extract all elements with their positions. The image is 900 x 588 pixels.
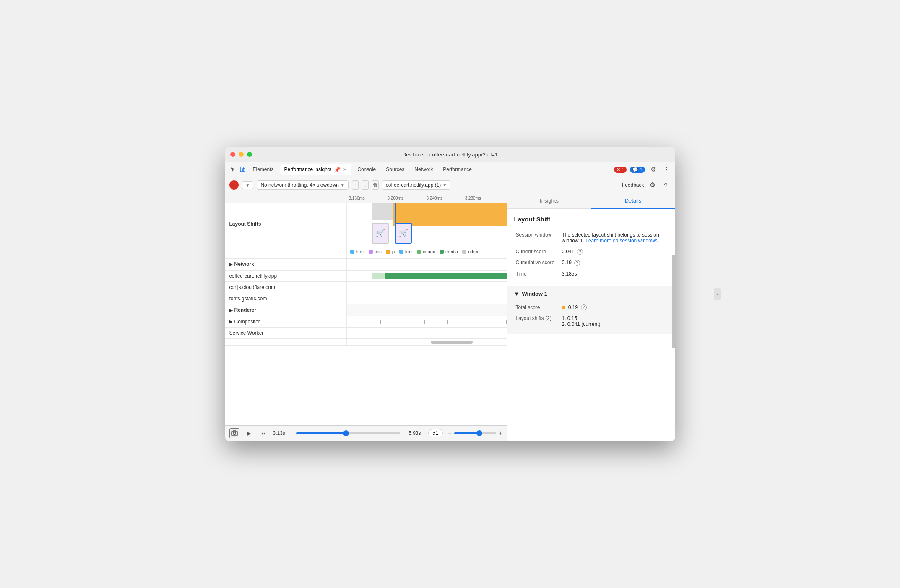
record-button[interactable] [229,180,239,190]
timeline-body[interactable]: Layout Shifts 🛒 🛒 [225,203,507,425]
zoom-slider[interactable] [454,432,496,434]
legend-image: image [417,249,435,254]
tab-performance-insights[interactable]: Performance insights 📌 ✕ [280,164,352,175]
zoom-out-button[interactable]: − [448,429,452,437]
session-window-label: Session window [514,229,560,246]
help-icon[interactable]: ? [661,180,671,190]
css-dot [369,250,373,254]
score-indicator [562,306,565,309]
total-score-row: Total score 0.19 ? [514,302,668,313]
tick-4 [424,320,425,324]
tab-console[interactable]: Console [353,164,380,175]
tab-elements[interactable]: Elements [249,164,278,175]
skip-to-start-button[interactable]: ⏮ [259,429,268,438]
scrollbar[interactable] [431,341,473,344]
close-button[interactable] [230,152,235,157]
minimize-button[interactable] [239,152,244,157]
legend-js: js [386,249,395,254]
thumbnail-before[interactable]: 🛒 [372,223,389,244]
network-legend-row: html css js font [225,245,507,259]
layout-shifts-values: 1. 0.15 2. 0.041 (current) [560,313,668,330]
pin-icon: 📌 [334,167,341,173]
network-row-3: fonts.gstatic.com [225,293,507,304]
network-triangle-icon: ▶ [229,262,233,267]
cumulative-score-help-icon[interactable]: ? [574,260,580,266]
right-content[interactable]: Layout Shift Session window The selected… [507,209,675,441]
renderer-triangle-icon: ▶ [229,308,233,312]
js-dot [386,250,390,254]
settings2-icon[interactable]: ⚙ [648,180,658,190]
legend-media: media [440,249,458,254]
upload-icon[interactable]: ↑ [352,180,359,190]
start-time: 3.13s [273,430,288,436]
maximize-button[interactable] [247,152,252,157]
tick-1 [380,320,381,324]
tab-network[interactable]: Network [410,164,437,175]
record-arrow[interactable]: ▼ [242,181,254,189]
throttle-dropdown[interactable]: No network throttling, 4× slowdown ▼ [257,180,348,190]
slider-track [296,432,346,434]
tick-5 [447,320,448,324]
site-dropdown[interactable]: coffee-cart.netlify.app (1) ▼ [382,180,451,190]
current-score-help-icon[interactable]: ? [577,249,583,255]
delete-icon[interactable]: 🗑 [372,180,379,190]
tab-bar: Elements Performance insights 📌 ✕ Consol… [225,162,675,177]
layout-shifts-row: Layout Shifts 🛒 🛒 [225,203,507,245]
download-icon[interactable]: ↓ [362,180,369,190]
feedback-button[interactable]: Feedback [622,182,644,188]
tab-details[interactable]: Details [591,193,675,209]
error-badge[interactable]: ✕ 1 [614,167,627,173]
html-dot [350,250,354,254]
cursor-icon[interactable] [229,165,237,174]
window-section-title: ▼ Window 1 [514,291,668,297]
zoom-in-button[interactable]: + [499,429,502,437]
total-score-help-icon[interactable]: ? [581,304,587,310]
zoom-thumb[interactable] [476,430,482,436]
play-button[interactable]: ▶ [245,429,254,438]
network-content-3 [347,293,507,304]
network-section-header[interactable]: ▶ Network [229,261,254,267]
timeline-panel: 3,160ms 3,200ms 3,240ms 3,280ms Layout S… [225,193,507,441]
compositor-content [347,316,507,327]
right-panel: Insights Details Layout Shift Session wi… [507,193,675,441]
network-label-3: fonts.gstatic.com [225,293,347,304]
end-time: 5.93s [408,430,423,436]
tab-performance[interactable]: Performance [439,164,476,175]
zoom-track [454,432,479,434]
renderer-section-header[interactable]: ▶ Renderer [229,307,257,313]
legend-html: html [350,249,365,254]
current-score-row: Current score 0.041 ? [514,246,668,258]
message-badge[interactable]: 💬 1 [630,167,645,173]
network-content-1 [347,271,507,281]
tab-sources[interactable]: Sources [382,164,408,175]
shift-gray-bar [372,203,393,220]
thumbnail-selected[interactable]: 🛒 [395,223,412,244]
renderer-row: ▶ Renderer [225,304,507,316]
bottom-bar: ▶ ⏮ 3.13s 5.93s x1 − + [225,425,507,441]
window-section: ▼ Window 1 Total score 0.19 ? [507,286,675,334]
legend-content: html css js font [347,245,507,258]
device-icon[interactable] [239,165,247,174]
layout-shifts-content[interactable]: 🛒 🛒 [347,203,507,245]
slider-thumb[interactable] [343,430,349,436]
time-label: Time [514,268,560,279]
devtools-window: DevTools - coffee-cart.netlify.app/?ad=1… [225,147,675,441]
scrollbar-thumb[interactable] [672,255,675,348]
timeline-slider[interactable] [296,432,401,434]
learn-more-link[interactable]: Learn more on session windows [585,238,657,244]
session-window-value: The selected layout shift belongs to ses… [560,229,668,246]
renderer-content [347,304,507,316]
scroll-content [347,339,507,345]
network-header-content [347,259,507,270]
network-label-1: coffee-cart.netlify.app [225,271,347,281]
screenshot-button[interactable] [229,428,239,438]
tab-insights[interactable]: Insights [507,193,591,209]
window-details-table: Total score 0.19 ? Layout shifts (2) 1. … [514,302,668,330]
tab-close-icon[interactable]: ✕ [343,167,347,172]
current-score-value: 0.041 ? [560,246,668,258]
more-options-icon[interactable]: ⋮ [662,164,672,174]
zoom-x1-button[interactable]: x1 [428,429,443,437]
settings-icon[interactable]: ⚙ [648,164,658,174]
main-content: 3,160ms 3,200ms 3,240ms 3,280ms Layout S… [225,193,675,441]
ruler-tick-3: 3,240ms [427,196,442,200]
